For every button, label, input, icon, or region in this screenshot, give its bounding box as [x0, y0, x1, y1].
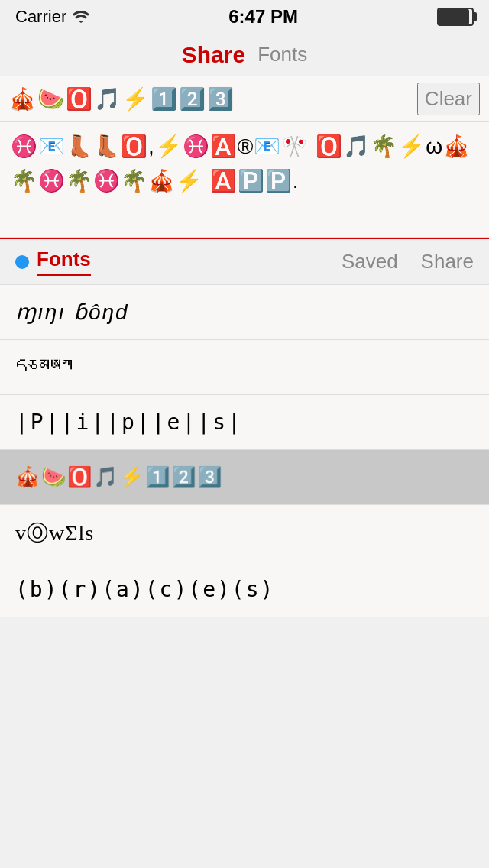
battery-icon	[437, 8, 474, 26]
font-item-1[interactable]: ɱıŋı ɓôŋd	[0, 285, 489, 340]
font-label-4: 🎪🍉🅾️🎵⚡1️⃣2️⃣3️⃣	[15, 465, 223, 489]
status-time: 6:47 PM	[228, 6, 298, 28]
font-label-3: |P||i||p||e||s|	[15, 410, 243, 435]
font-label-1: ɱıŋı ɓôŋd	[15, 300, 129, 325]
tab-fonts[interactable]: Fonts	[37, 248, 91, 276]
tab-saved[interactable]: Saved	[342, 250, 398, 274]
nav-fonts-title[interactable]: Fonts	[257, 43, 307, 66]
tab-dot	[15, 255, 29, 269]
font-list: ɱıŋı ɓôŋd དཅམཨཀ |P||i||p||e||s| 🎪🍉🅾️🎵⚡1️…	[0, 285, 489, 617]
nav-bar: Share Fonts	[0, 34, 489, 76]
carrier-label: Carrier	[15, 7, 66, 27]
font-item-4[interactable]: 🎪🍉🅾️🎵⚡1️⃣2️⃣3️⃣	[0, 450, 489, 505]
tab-share[interactable]: Share	[421, 250, 474, 274]
clear-button[interactable]: Clear	[417, 83, 480, 115]
font-item-3[interactable]: |P||i||p||e||s|	[0, 395, 489, 450]
bottom-section: Fonts Saved Share ɱıŋı ɓôŋd དཅམཨཀ |P||i|…	[0, 238, 489, 617]
emoji-input-content[interactable]: 🎪🍉🅾️🎵⚡1️⃣2️⃣3️⃣	[9, 86, 417, 112]
font-item-5[interactable]: vⓄwΣls	[0, 505, 489, 562]
tab-bar: Fonts Saved Share	[0, 239, 489, 285]
font-item-2[interactable]: དཅམཨཀ	[0, 340, 489, 395]
font-label-6: (b)(r)(a)(c)(e)(s)	[15, 577, 274, 602]
font-label-5: vⓄwΣls	[15, 519, 94, 548]
input-area: 🎪🍉🅾️🎵⚡1️⃣2️⃣3️⃣ Clear ♓️📧👢👢🅾️,⚡♓️🅰️®️📧🎌 …	[0, 76, 489, 238]
font-label-2: དཅམཨཀ	[15, 355, 73, 380]
wifi-icon	[73, 6, 89, 28]
font-item-6[interactable]: (b)(r)(a)(c)(e)(s)	[0, 562, 489, 617]
emoji-input-row: 🎪🍉🅾️🎵⚡1️⃣2️⃣3️⃣ Clear	[0, 76, 489, 122]
nav-share-title[interactable]: Share	[182, 42, 245, 68]
composed-text-area[interactable]: ♓️📧👢👢🅾️,⚡♓️🅰️®️📧🎌 🅾️🎵🌴⚡ω🎪🌴♓️🌴♓️🌴🎪⚡ 🅰️🅿️🅿…	[0, 122, 489, 237]
status-bar: Carrier 6:47 PM	[0, 0, 489, 34]
